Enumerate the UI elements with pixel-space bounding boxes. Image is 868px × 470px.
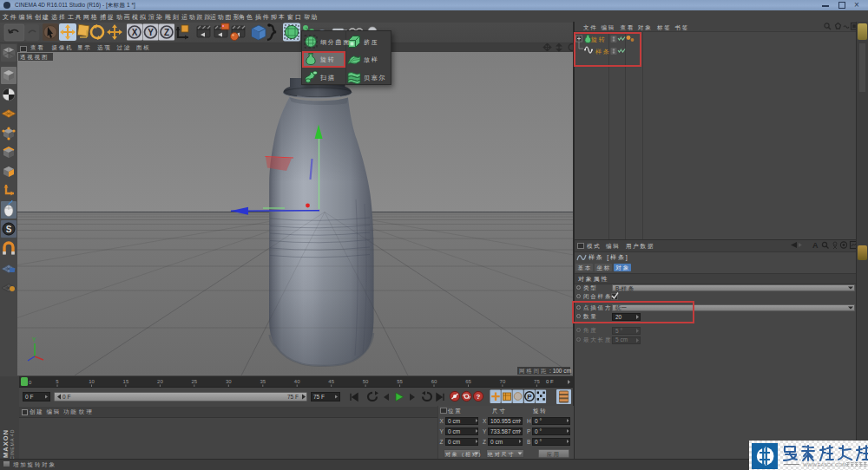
svg-text:20: 20 (157, 379, 163, 384)
svg-text:15: 15 (123, 379, 129, 384)
svg-text:75: 75 (534, 379, 540, 384)
svg-text:50: 50 (363, 379, 369, 384)
svg-text:60: 60 (431, 379, 437, 384)
svg-text:30: 30 (226, 379, 232, 384)
svg-text:35: 35 (260, 379, 266, 384)
svg-text:10: 10 (89, 379, 95, 384)
svg-text:0: 0 (29, 380, 32, 385)
svg-text:70: 70 (500, 379, 506, 384)
svg-text:25: 25 (191, 379, 197, 384)
svg-text:S: S (6, 225, 12, 234)
svg-text:Y: Y (32, 336, 36, 343)
svg-text:0 F: 0 F (546, 379, 554, 384)
svg-text:?: ? (477, 393, 481, 401)
svg-text:A: A (812, 241, 819, 250)
svg-text:55: 55 (397, 379, 403, 384)
svg-text:Y: Y (148, 28, 154, 37)
svg-text:Z: Z (164, 28, 169, 37)
svg-text:WWW.EASCK.COM: WWW.EASCK.COM (803, 462, 846, 467)
svg-text:X: X (132, 28, 138, 37)
svg-text:45: 45 (328, 379, 334, 384)
svg-text:5: 5 (56, 379, 59, 384)
svg-text:65: 65 (465, 379, 471, 384)
svg-text:P: P (527, 393, 532, 401)
svg-text:40: 40 (294, 379, 300, 384)
